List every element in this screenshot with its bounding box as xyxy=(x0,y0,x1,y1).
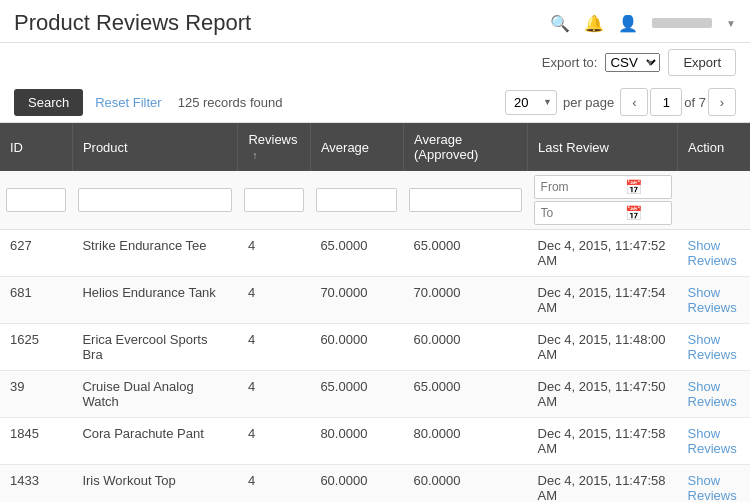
export-format-select[interactable]: CSV XML Excel xyxy=(605,53,660,72)
cell-action: Show Reviews xyxy=(678,277,750,324)
cell-product: Iris Workout Top xyxy=(72,465,237,503)
cell-reviews: 4 xyxy=(238,230,311,277)
filter-avg-approved-input[interactable] xyxy=(409,188,521,212)
cell-average: 70.0000 xyxy=(310,277,403,324)
col-header-avg-approved: Average (Approved) xyxy=(403,123,527,171)
cell-avg-approved: 65.0000 xyxy=(403,230,527,277)
chevron-down-icon[interactable]: ▼ xyxy=(726,18,736,29)
cell-last-review: Dec 4, 2015, 11:47:52 AM xyxy=(528,230,678,277)
table-row: 1625Erica Evercool Sports Bra460.000060.… xyxy=(0,324,750,371)
filter-action xyxy=(678,171,750,230)
export-format-wrap: CSV XML Excel xyxy=(605,53,660,72)
prev-page-button[interactable]: ‹ xyxy=(620,88,648,116)
cell-action: Show Reviews xyxy=(678,324,750,371)
show-reviews-link[interactable]: Show Reviews xyxy=(688,332,737,362)
filter-id-input[interactable] xyxy=(6,188,66,212)
cell-id: 1845 xyxy=(0,418,72,465)
col-header-last-review: Last Review xyxy=(528,123,678,171)
cell-id: 1625 xyxy=(0,324,72,371)
cell-reviews: 4 xyxy=(238,371,311,418)
bell-icon[interactable]: 🔔 xyxy=(584,14,604,33)
cell-average: 65.0000 xyxy=(310,371,403,418)
cell-reviews: 4 xyxy=(238,324,311,371)
current-page-input[interactable] xyxy=(650,88,682,116)
show-reviews-link[interactable]: Show Reviews xyxy=(688,473,737,502)
calendar-from-icon[interactable]: 📅 xyxy=(625,179,642,195)
export-bar: Export to: CSV XML Excel Export xyxy=(0,43,750,82)
date-to-field: 📅 xyxy=(534,201,672,225)
table-body: 627Strike Endurance Tee465.000065.0000De… xyxy=(0,230,750,503)
cell-avg-approved: 60.0000 xyxy=(403,465,527,503)
cell-average: 80.0000 xyxy=(310,418,403,465)
cell-id: 681 xyxy=(0,277,72,324)
table-row: 1433Iris Workout Top460.000060.0000Dec 4… xyxy=(0,465,750,503)
export-label: Export to: xyxy=(542,55,598,70)
cell-last-review: Dec 4, 2015, 11:47:54 AM xyxy=(528,277,678,324)
cell-product: Cora Parachute Pant xyxy=(72,418,237,465)
col-header-id: ID xyxy=(0,123,72,171)
col-header-product: Product xyxy=(72,123,237,171)
filter-reviews-input[interactable] xyxy=(244,188,305,212)
cell-product: Erica Evercool Sports Bra xyxy=(72,324,237,371)
page-title: Product Reviews Report xyxy=(14,10,251,36)
cell-product: Helios Endurance Tank xyxy=(72,277,237,324)
cell-last-review: Dec 4, 2015, 11:47:58 AM xyxy=(528,465,678,503)
date-to-input[interactable] xyxy=(541,206,621,220)
filter-id xyxy=(0,171,72,230)
filter-last-review: 📅 📅 xyxy=(528,171,678,230)
cell-action: Show Reviews xyxy=(678,465,750,503)
cell-action: Show Reviews xyxy=(678,418,750,465)
cell-avg-approved: 70.0000 xyxy=(403,277,527,324)
cell-action: Show Reviews xyxy=(678,230,750,277)
date-from-input[interactable] xyxy=(541,180,621,194)
cell-id: 627 xyxy=(0,230,72,277)
calendar-to-icon[interactable]: 📅 xyxy=(625,205,642,221)
col-header-reviews[interactable]: Reviews ↑ xyxy=(238,123,311,171)
cell-avg-approved: 60.0000 xyxy=(403,324,527,371)
top-bar: Product Reviews Report 🔍 🔔 👤 ▼ xyxy=(0,0,750,43)
cell-avg-approved: 65.0000 xyxy=(403,371,527,418)
sort-icon: ↑ xyxy=(252,150,257,161)
reset-filter-link[interactable]: Reset Filter xyxy=(95,95,161,110)
show-reviews-link[interactable]: Show Reviews xyxy=(688,285,737,315)
records-count: 125 records found xyxy=(178,95,283,110)
user-icon[interactable]: 👤 xyxy=(618,14,638,33)
table-header-row: ID Product Reviews ↑ Average Average (Ap… xyxy=(0,123,750,171)
per-page-select[interactable]: 20 50 100 xyxy=(505,90,557,115)
col-header-action: Action xyxy=(678,123,750,171)
cell-last-review: Dec 4, 2015, 11:47:58 AM xyxy=(528,418,678,465)
col-header-average: Average xyxy=(310,123,403,171)
cell-average: 65.0000 xyxy=(310,230,403,277)
show-reviews-link[interactable]: Show Reviews xyxy=(688,426,737,456)
filter-avg-approved xyxy=(403,171,527,230)
filter-reviews xyxy=(238,171,311,230)
date-from-field: 📅 xyxy=(534,175,672,199)
cell-reviews: 4 xyxy=(238,465,311,503)
page-nav: ‹ of 7 › xyxy=(620,88,736,116)
top-icons-area: 🔍 🔔 👤 ▼ xyxy=(550,14,736,33)
show-reviews-link[interactable]: Show Reviews xyxy=(688,379,737,409)
cell-last-review: Dec 4, 2015, 11:48:00 AM xyxy=(528,324,678,371)
next-page-button[interactable]: › xyxy=(708,88,736,116)
cell-reviews: 4 xyxy=(238,277,311,324)
filter-product-input[interactable] xyxy=(78,188,231,212)
filter-bar: Search Reset Filter 125 records found 20… xyxy=(0,82,750,123)
export-button[interactable]: Export xyxy=(668,49,736,76)
filter-average-input[interactable] xyxy=(316,188,397,212)
show-reviews-link[interactable]: Show Reviews xyxy=(688,238,737,268)
pagination-area: 20 50 100 per page ‹ of 7 › xyxy=(505,88,736,116)
reviews-table: ID Product Reviews ↑ Average Average (Ap… xyxy=(0,123,750,502)
table-row: 1845Cora Parachute Pant480.000080.0000De… xyxy=(0,418,750,465)
search-button[interactable]: Search xyxy=(14,89,83,116)
cell-action: Show Reviews xyxy=(678,371,750,418)
cell-avg-approved: 80.0000 xyxy=(403,418,527,465)
cell-reviews: 4 xyxy=(238,418,311,465)
cell-last-review: Dec 4, 2015, 11:47:50 AM xyxy=(528,371,678,418)
cell-average: 60.0000 xyxy=(310,324,403,371)
search-icon[interactable]: 🔍 xyxy=(550,14,570,33)
filter-row: 📅 📅 xyxy=(0,171,750,230)
table-row: 681Helios Endurance Tank470.000070.0000D… xyxy=(0,277,750,324)
cell-product: Cruise Dual Analog Watch xyxy=(72,371,237,418)
table-row: 627Strike Endurance Tee465.000065.0000De… xyxy=(0,230,750,277)
of-pages-label: of 7 xyxy=(684,95,706,110)
